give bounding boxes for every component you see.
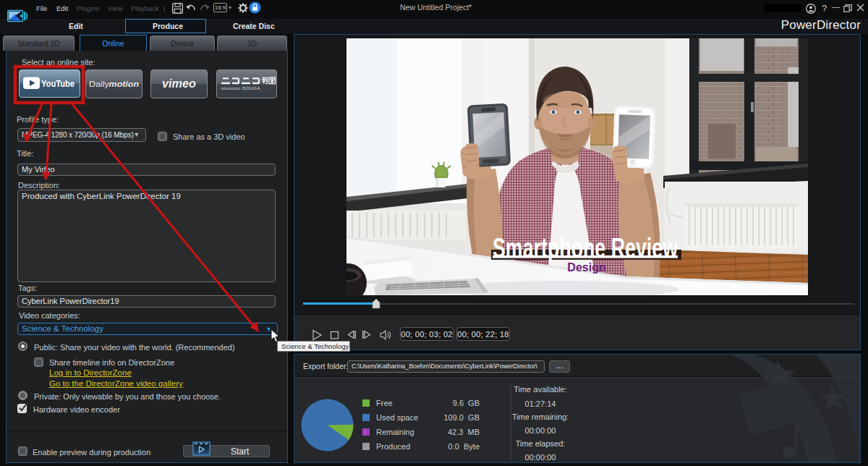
- svg-text:YouTube: YouTube: [41, 78, 75, 89]
- svg-text:Design: Design: [567, 261, 605, 274]
- svg-text:niconico DOUGA: niconico DOUGA: [221, 86, 260, 90]
- svg-text:Smartphone Review: Smartphone Review: [493, 232, 678, 263]
- svg-text:vimeo: vimeo: [162, 77, 196, 90]
- svg-text:Dailymotion: Dailymotion: [89, 80, 139, 88]
